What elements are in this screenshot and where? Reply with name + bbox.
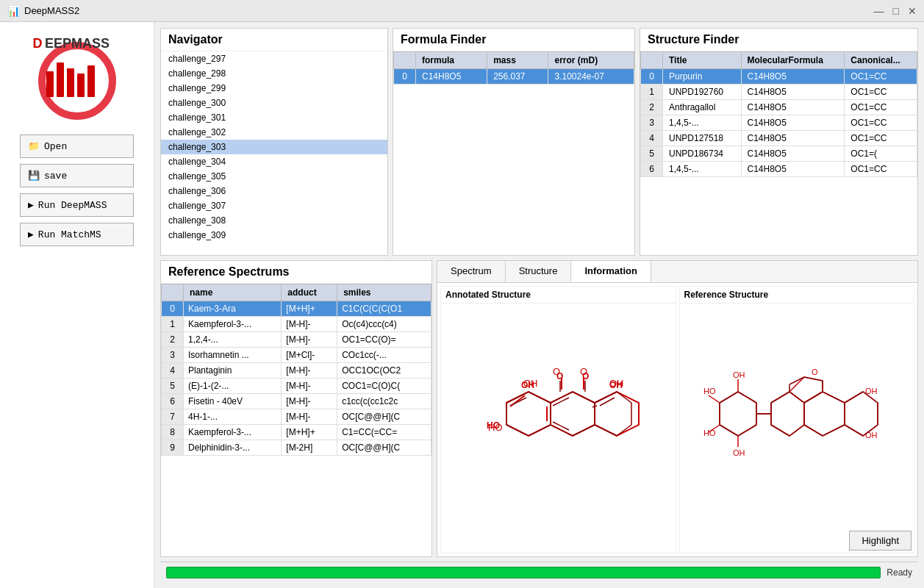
ref-row-0[interactable]: 0 Kaem-3-Ara [M+H]+ C1C(C(C(C(O1 [162,301,431,317]
svg-text:D: D [32,36,42,51]
ref-row-1[interactable]: 1 Kaempferol-3-... [M-H]- Oc(c4)ccc(c4) [162,317,431,332]
ref-row-4[interactable]: 4 Plantaginin [M-H]- OCC1OC(OC2 [162,363,431,379]
open-button[interactable]: 📁 Open [20,135,134,158]
svg-line-82 [804,425,823,436]
ref-row-3[interactable]: 3 Isorhamnetin ... [M+Cl]- COc1cc(-... [162,348,431,363]
tab-spectrum[interactable]: Spectrum [437,261,506,282]
svg-line-89 [804,377,823,381]
svg-line-27 [573,392,595,403]
sf-idx-header [641,52,663,69]
navigator-item-0[interactable]: challenge_297 [161,51,387,66]
navigator-item-3[interactable]: challenge_300 [161,96,387,110]
structure-row-3[interactable]: 3 1,4,5-... C14H8O5 OC1=CC [641,115,917,131]
navigator-list[interactable]: challenge_297challenge_298challenge_299c… [161,51,387,255]
structure-row-5[interactable]: 5 UNPD186734 C14H8O5 OC1=( [641,146,917,162]
detail-panel: Spectrum Structure Information Annotated… [437,260,918,557]
run-matchms-button[interactable]: ▶ Run MatchMS [20,223,134,246]
ref-row-9[interactable]: 9 Delphinidin-3-... [M-2H] OC[C@@H](C [162,440,431,456]
ref-idx-cell: 3 [162,348,184,363]
formula-idx-header [394,52,416,69]
progress-bar [166,567,881,578]
maximize-button[interactable]: □ [893,5,899,17]
navigator-title: Navigator [161,29,387,51]
ref-adduct-cell: [M-H]- [282,363,337,379]
main-content: EEPMASS D 📁 Open 💾 save ▶ Run DeepMASS ▶… [0,22,924,588]
structure-row-0[interactable]: 0 Purpurin C14H8O5 OC1=CC [641,69,917,85]
svg-line-76 [771,425,789,436]
structure-table-container[interactable]: Title MolecularFormula Canonical... 0 Pu… [640,51,917,255]
sf-smiles-cell: OC1=CC [845,100,917,115]
reference-structure-box: Reference Structure [679,286,915,553]
sf-smiles-cell: OC1=CC [845,131,917,146]
navigator-item-4[interactable]: challenge_301 [161,110,387,125]
sf-title-header: Title [663,52,742,69]
top-row: Navigator challenge_297challenge_298chal… [160,28,918,256]
sf-title-cell: 1,4,5-... [663,162,742,177]
ref-row-7[interactable]: 7 4H-1-... [M-H]- OC[C@@H](C [162,409,431,425]
folder-icon: 📁 [28,140,40,152]
svg-line-40 [553,398,569,406]
sf-idx-cell: 6 [641,162,663,177]
ref-adduct-header: adduct [282,284,337,301]
navigator-item-11[interactable]: challenge_308 [161,213,387,228]
formula-col-header: formula [416,52,487,69]
navigator-item-7[interactable]: challenge_304 [161,154,387,169]
sf-formula-cell: C14H8O5 [741,85,845,100]
ref-table-container[interactable]: name adduct smiles 0 Kaem-3-Ara [M+H]+ C… [161,284,431,556]
sf-smiles-header: Canonical... [845,52,917,69]
ref-idx-cell: 9 [162,440,184,456]
tab-structure[interactable]: Structure [506,261,572,282]
svg-text:OH: OH [609,380,623,390]
tab-information[interactable]: Information [571,261,651,282]
svg-marker-8 [506,392,551,436]
structure-row-2[interactable]: 2 Anthragallol C14H8O5 OC1=CC [641,100,917,115]
formula-cell: C14H8O5 [416,69,487,85]
structure-row-4[interactable]: 4 UNPD127518 C14H8O5 OC1=CC [641,131,917,146]
minimize-button[interactable]: — [874,5,884,17]
ref-adduct-cell: [M-H]- [282,332,337,348]
formula-table-container[interactable]: formula mass error (mD) 0 C14H8O5 256.03… [393,51,634,255]
bottom-row: Reference Spectrums name adduct smiles [160,260,918,557]
highlight-button[interactable]: Highlight [849,531,912,551]
ref-smiles-cell: OC1=CC(O)= [337,332,431,348]
sf-smiles-cell: OC1=CC [845,115,917,131]
ref-name-cell: Kaempferol-3-... [184,317,282,332]
ref-idx-cell: 1 [162,317,184,332]
ref-adduct-cell: [M+H]+ [282,301,337,317]
navigator-item-1[interactable]: challenge_298 [161,66,387,81]
formula-row-0[interactable]: 0 C14H8O5 256.037 3.10024e-07 [394,69,634,85]
navigator-item-12[interactable]: challenge_309 [161,228,387,243]
formula-finder-panel: Formula Finder formula mass error (mD) [393,28,635,256]
sf-smiles-cell: OC1=CC [845,85,917,100]
ref-adduct-cell: [M+H]+ [282,425,337,440]
structure-row-1[interactable]: 1 UNPD192760 C14H8O5 OC1=CC [641,85,917,100]
save-icon: 💾 [28,170,40,182]
sf-formula-cell: C14H8O5 [741,131,845,146]
svg-line-70 [720,425,738,436]
title-bar: 📊 DeepMASS2 — □ ✕ [0,0,924,22]
svg-marker-51 [804,392,845,436]
navigator-item-6[interactable]: challenge_303 [161,140,387,154]
navigator-item-9[interactable]: challenge_306 [161,184,387,198]
navigator-item-10[interactable]: challenge_307 [161,198,387,213]
app-title: DeepMASS2 [24,5,79,16]
title-bar-left: 📊 DeepMASS2 [7,5,79,17]
save-button[interactable]: 💾 save [20,164,134,187]
right-content: Navigator challenge_297challenge_298chal… [154,22,924,588]
navigator-item-8[interactable]: challenge_305 [161,169,387,184]
ref-adduct-cell: [M-2H] [282,440,337,456]
ref-name-cell: 4H-1-... [184,409,282,425]
ref-row-2[interactable]: 2 1,2,4-... [M-H]- OC1=CC(O)= [162,332,431,348]
sf-title-cell: Purpurin [663,69,742,85]
svg-text:HO: HO [703,387,716,395]
close-button[interactable]: ✕ [908,5,917,17]
ref-row-5[interactable]: 5 (E)-1-(2-... [M-H]- COC1=C(O)C( [162,379,431,394]
navigator-item-2[interactable]: challenge_299 [161,81,387,96]
svg-line-29 [573,425,595,436]
structure-row-6[interactable]: 6 1,4,5-... C14H8O5 OC1=CC [641,162,917,177]
ref-row-6[interactable]: 6 Fisetin - 40eV [M-H]- c1cc(c(cc1c2c [162,394,431,409]
navigator-item-5[interactable]: challenge_302 [161,125,387,140]
ref-row-8[interactable]: 8 Kaempferol-3-... [M+H]+ C1=CC(=CC= [162,425,431,440]
run-deepmass-button[interactable]: ▶ Run DeepMASS [20,193,134,217]
svg-marker-48 [720,392,756,436]
